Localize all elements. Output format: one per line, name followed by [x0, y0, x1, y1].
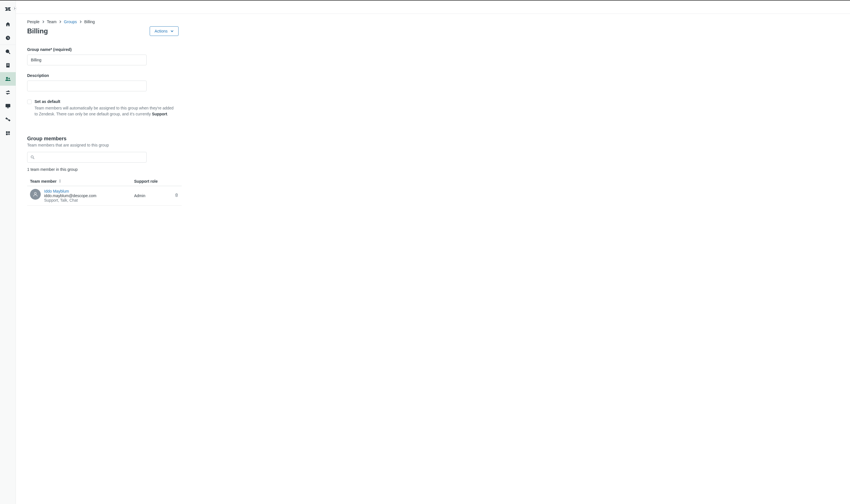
sidebar-route[interactable] — [0, 113, 16, 126]
svg-rect-6 — [7, 65, 7, 66]
help-strong: Support — [152, 112, 167, 116]
svg-rect-13 — [6, 133, 7, 135]
col-role-header[interactable]: Support role — [134, 179, 168, 183]
sidebar-home[interactable] — [0, 18, 16, 31]
breadcrumb-people[interactable]: People — [27, 19, 40, 24]
member-table: Team member Support role Iddo Mayblum — [27, 177, 182, 205]
search-icon — [30, 155, 35, 160]
svg-rect-7 — [8, 65, 9, 66]
main-content: People Team Groups Billing Billing Actio… — [16, 14, 850, 504]
chevron-right-icon — [79, 19, 82, 24]
svg-point-1 — [6, 50, 9, 53]
page-title: Billing — [27, 27, 48, 35]
set-default-checkbox[interactable] — [27, 100, 32, 104]
sidebar-office[interactable] — [0, 58, 16, 72]
members-section-title: Group members — [27, 136, 177, 142]
chevron-down-icon — [170, 30, 174, 33]
set-default-help: Team members will automatically be assig… — [35, 105, 177, 117]
sidebar-people[interactable] — [0, 72, 16, 86]
avatar — [30, 189, 41, 200]
breadcrumb-team[interactable]: Team — [47, 19, 57, 24]
col-member-header[interactable]: Team member — [30, 179, 134, 183]
chevron-right-icon — [59, 19, 62, 24]
member-name[interactable]: Iddo Mayblum — [44, 189, 134, 194]
delete-member-icon[interactable] — [174, 193, 179, 199]
set-default-label: Set as default — [35, 99, 60, 104]
help-suffix: . — [167, 112, 169, 116]
svg-rect-12 — [8, 131, 10, 133]
breadcrumb: People Team Groups Billing — [27, 19, 839, 24]
col-role-label: Support role — [134, 179, 158, 183]
sort-icon — [58, 179, 62, 183]
breadcrumb-current: Billing — [84, 19, 95, 24]
svg-line-15 — [33, 158, 34, 159]
sidebar-apps[interactable] — [0, 126, 16, 140]
member-products: Support, Talk, Chat — [44, 198, 134, 202]
sidebar-monitor[interactable] — [0, 99, 16, 113]
svg-rect-3 — [6, 64, 10, 68]
col-member-label: Team member — [30, 179, 57, 183]
member-search-wrap[interactable] — [27, 152, 146, 163]
member-role: Admin — [134, 194, 168, 198]
actions-button[interactable]: Actions — [150, 26, 179, 36]
table-row: Iddo Mayblum iddo.mayblum@descope.com Su… — [27, 186, 182, 205]
sidebar-nav — [0, 1, 16, 504]
member-count: 1 team member in this group — [27, 167, 177, 172]
member-email: iddo.mayblum@descope.com — [44, 194, 134, 198]
actions-label: Actions — [155, 29, 167, 33]
description-label: Description — [27, 73, 177, 78]
svg-point-14 — [31, 156, 33, 158]
svg-line-2 — [8, 53, 10, 54]
description-input[interactable] — [27, 80, 146, 91]
group-name-input[interactable] — [27, 55, 146, 65]
chevron-right-icon — [42, 19, 45, 24]
svg-point-16 — [35, 192, 36, 194]
sidebar-search[interactable] — [0, 45, 16, 58]
expand-sidebar-icon[interactable] — [13, 6, 17, 11]
svg-point-8 — [6, 77, 8, 79]
svg-rect-4 — [7, 64, 7, 65]
svg-rect-10 — [6, 104, 10, 107]
zendesk-logo[interactable] — [0, 3, 16, 15]
svg-rect-5 — [8, 64, 9, 65]
sidebar-recent[interactable] — [0, 31, 16, 45]
members-section-subtitle: Team members that are assigned to this g… — [27, 143, 177, 147]
sidebar-transfer[interactable] — [0, 86, 16, 99]
svg-point-9 — [8, 78, 10, 79]
table-header: Team member Support role — [27, 177, 182, 186]
svg-rect-11 — [6, 131, 7, 133]
group-name-label: Group name* (required) — [27, 47, 177, 52]
member-search-input[interactable] — [37, 155, 143, 160]
breadcrumb-groups[interactable]: Groups — [64, 19, 77, 24]
page-header: Billing Actions — [27, 26, 839, 36]
